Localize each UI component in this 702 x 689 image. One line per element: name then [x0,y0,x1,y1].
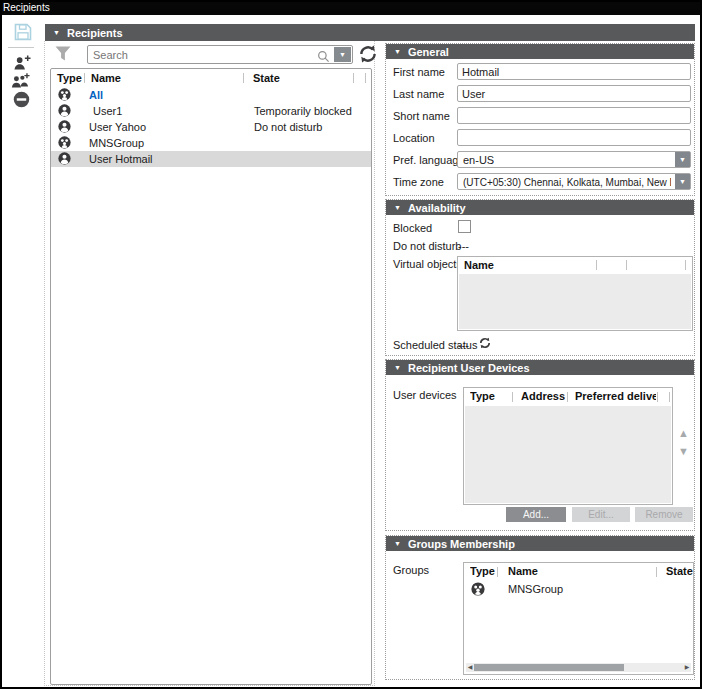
blocked-checkbox[interactable] [458,220,471,233]
chevron-down-icon: ▼ [679,156,686,163]
recipient-name: User Hotmail [89,153,153,165]
groups-membership-section-header[interactable]: ▼ Groups Membership [386,536,694,551]
column-divider[interactable] [657,392,658,402]
add-group-icon [10,77,32,92]
general-section-header[interactable]: ▼ General [386,44,694,59]
short-name-field[interactable] [457,107,691,124]
recipient-state: Do not disturb [254,121,322,133]
recipients-group-header[interactable]: ▼ Recipients [45,24,695,41]
group-icon [58,88,71,103]
edit-button[interactable]: Edit... [572,507,630,522]
block-icon [13,96,30,111]
collapse-icon: ▼ [53,29,60,36]
search-options-dropdown[interactable]: ▼ [334,47,351,62]
search-icon [317,49,330,67]
column-divider[interactable] [669,392,670,402]
column-name[interactable]: Name [91,72,121,84]
recipient-state: Temporarily blocked [254,105,352,117]
group-row-mnsgroup[interactable]: MNSGroup [464,580,693,598]
recipients-table-header: Type Name State [51,69,371,87]
column-divider[interactable] [685,260,686,270]
user-devices-table[interactable]: Type Address Preferred delivery se [463,387,673,505]
recipient-row-all[interactable]: All [51,87,371,103]
add-button[interactable]: Add... [506,507,566,522]
filter-button[interactable] [54,45,72,65]
chevron-down-icon: ▼ [339,51,346,58]
scrollbar-thumb[interactable] [474,664,624,671]
time-zone-select[interactable]: (UTC+05:30) Chennai, Kolkata, Mumbai, Ne… [457,173,691,190]
user-devices-section-header[interactable]: ▼ Recipient User Devices [386,360,694,375]
user-icon [58,104,71,119]
recipient-name: User Yahoo [89,121,146,133]
refresh-status-button[interactable] [478,336,492,353]
app-window: Recipients [0,0,702,689]
recipient-name: All [89,89,103,101]
first-name-field[interactable] [457,63,691,80]
column-state[interactable]: State [666,565,693,577]
groups-membership-section-label: Groups Membership [408,538,515,550]
collapse-icon: ▼ [394,204,401,211]
horizontal-scrollbar[interactable]: ◀ ▶ [466,663,691,672]
recipient-row-user-hotmail-selected[interactable]: User Hotmail [51,151,371,167]
column-type[interactable]: Type [57,72,82,84]
availability-section: ▼ Availability Blocked Do not disturb --… [385,199,695,356]
save-button[interactable] [13,22,33,45]
column-divider[interactable] [84,73,85,83]
column-address[interactable]: Address [521,390,565,402]
column-divider[interactable] [626,260,627,270]
add-user-button[interactable] [12,54,33,74]
column-divider[interactable] [567,392,568,402]
groups-table: Type Name State MNSGroup [463,562,694,675]
dropdown-button[interactable]: ▼ [675,174,690,189]
column-divider[interactable] [353,73,354,83]
column-state[interactable]: State [253,72,280,84]
column-name[interactable]: Name [508,565,538,577]
general-section-label: General [408,46,449,58]
column-type[interactable]: Type [470,565,495,577]
time-zone-label: Time zone [393,176,444,188]
location-field[interactable] [457,129,691,146]
blocked-label: Blocked [393,222,432,234]
move-down-icon[interactable]: ▼ [678,446,689,457]
add-group-button[interactable] [10,72,32,92]
column-divider[interactable] [243,73,244,83]
search-input[interactable] [93,47,303,62]
virtual-objects-table[interactable]: Name [457,256,693,331]
refresh-icon [357,53,379,68]
column-divider[interactable] [365,73,366,83]
recipient-row-mnsgroup[interactable]: MNSGroup [51,135,371,151]
column-divider[interactable] [497,567,498,577]
column-type[interactable]: Type [470,390,510,402]
scroll-left-icon[interactable]: ◀ [466,663,474,672]
move-up-icon[interactable]: ▲ [678,428,689,439]
scroll-right-icon[interactable]: ▶ [683,663,691,672]
collapse-icon: ▼ [394,364,401,371]
dropdown-button[interactable]: ▼ [675,152,690,167]
collapse-icon: ▼ [394,540,401,547]
column-divider[interactable] [656,567,657,577]
recipient-row-user-yahoo[interactable]: User Yahoo Do not disturb [51,119,371,135]
pref-language-label: Pref. language [393,154,465,166]
remove-button[interactable]: Remove [635,507,693,522]
refresh-icon [478,338,492,353]
recipient-name: MNSGroup [89,137,144,149]
column-divider[interactable] [512,392,513,402]
refresh-list-button[interactable] [357,43,379,65]
column-preferred-delivery[interactable]: Preferred delivery se [575,390,656,402]
pref-language-value: en-US [463,154,494,166]
user-devices-section-label: Recipient User Devices [408,362,530,374]
availability-section-header[interactable]: ▼ Availability [386,200,694,215]
last-name-field[interactable] [457,85,691,102]
groups-membership-section: ▼ Groups Membership Groups Type Name Sta… [385,535,695,680]
chevron-down-icon: ▼ [679,178,686,185]
collapse-icon: ▼ [394,48,401,55]
user-icon [58,120,71,135]
column-divider[interactable] [596,260,597,270]
scheduled-status-value: --- [458,339,469,351]
block-button[interactable] [13,91,30,111]
column-name[interactable]: Name [464,259,494,271]
recipient-row-user1[interactable]: User1 Temporarily blocked [51,103,371,119]
recipients-table: Type Name State All [50,68,372,685]
pref-language-select[interactable]: en-US ▼ [457,151,691,168]
group-icon [58,136,71,151]
